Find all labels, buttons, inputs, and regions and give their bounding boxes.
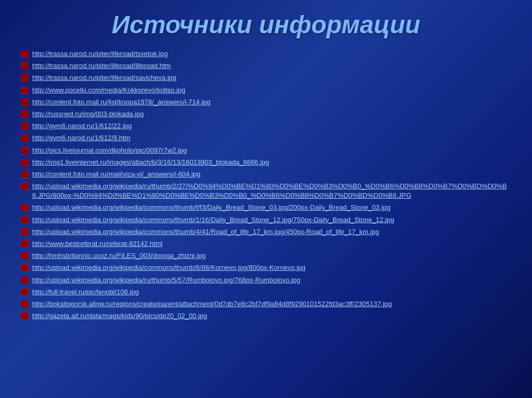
link-item-2[interactable]: http://trassa.narod.ru/piter/liferoad/sa… [32, 73, 176, 83]
bullet-icon [21, 147, 28, 154]
list-item: http://trassa.narod.ru/piter/liferoad/ts… [21, 49, 511, 59]
bullet-icon [21, 204, 28, 211]
bullet-icon [21, 159, 28, 166]
link-item-16[interactable]: http://hmhsbritannic.ucoz.ru/FILES_003/d… [32, 251, 206, 260]
bullet-icon [21, 300, 28, 308]
bullet-icon [21, 264, 28, 271]
link-item-21[interactable]: http://gazeta.aif.ru/data/mags/kids/90/p… [32, 311, 207, 321]
list-item: http://upload.wikimedia.org/wikipedia/co… [21, 227, 511, 237]
list-item: http://upload.wikimedia.org/wikipedia/co… [21, 215, 511, 225]
list-item: http://full-travel.ru/pic/lenobl/106.jpg [21, 287, 511, 297]
link-item-20[interactable]: http://boksitogorsk.allnw.ru/regions/cre… [32, 299, 392, 309]
list-item: http://content.foto.mail.ru/list/knopa19… [21, 98, 511, 107]
bullet-icon [21, 111, 28, 118]
bullet-icon [21, 216, 28, 224]
link-item-0[interactable]: http://trassa.narod.ru/piter/liferoad/ts… [32, 49, 168, 59]
list-item: http://russned.ru/img/003-blokada.jpg [21, 109, 511, 119]
link-item-11[interactable]: http://upload.wikimedia.org/wikipedia/ru… [32, 182, 511, 200]
link-item-8[interactable]: http://pics.livejournal.com/dkphoto/pic/… [32, 146, 187, 155]
bullet-icon [21, 62, 28, 70]
bullet-icon [21, 74, 28, 81]
link-item-10[interactable]: http://content.foto.mail.ru/mail/viza-vi… [32, 170, 201, 179]
bullet-icon [21, 50, 28, 58]
slide-container: Источники информации http://trassa.narod… [0, 0, 532, 398]
list-item: http://upload.wikimedia.org/wikipedia/co… [21, 263, 511, 272]
link-item-3[interactable]: http://www.pocelki.com/media/Kokkorevo/k… [32, 86, 185, 95]
link-item-12[interactable]: http://upload.wikimedia.org/wikipedia/co… [32, 203, 390, 212]
link-item-19[interactable]: http://full-travel.ru/pic/lenobl/106.jpg [32, 287, 139, 297]
link-item-5[interactable]: http://russned.ru/img/003-blokada.jpg [32, 109, 144, 119]
list-item: http://pics.livejournal.com/dkphoto/pic/… [21, 146, 511, 155]
list-item: http://gym6.narod.ru/1/612/22.jpg [21, 121, 511, 131]
list-item: http://trassa.narod.ru/piter/liferoad/sa… [21, 73, 511, 83]
list-item: http://content.foto.mail.ru/mail/viza-vi… [21, 170, 511, 179]
list-item: http://img1.liveinternet.ru/images/attac… [21, 158, 511, 167]
bullet-icon [21, 228, 28, 236]
links-list: http://trassa.narod.ru/piter/liferoad/ts… [21, 49, 511, 323]
bullet-icon [21, 171, 28, 178]
list-item: http://trassa.narod.ru/piter/liferoad/li… [21, 61, 511, 71]
link-item-1[interactable]: http://trassa.narod.ru/piter/liferoad/li… [32, 61, 171, 71]
list-item: http://gazeta.aif.ru/data/mags/kids/90/p… [21, 311, 511, 321]
link-item-13[interactable]: http://upload.wikimedia.org/wikipedia/co… [32, 215, 394, 225]
list-item: http://hmhsbritannic.ucoz.ru/FILES_003/d… [21, 251, 511, 260]
list-item: http://upload.wikimedia.org/wikipedia/ru… [21, 276, 511, 285]
link-item-15[interactable]: http://www.bestreferat.ru/referat-82142.… [32, 239, 163, 249]
list-item: http://www.bestreferat.ru/referat-82142.… [21, 239, 511, 249]
list-item: http://gym6.narod.ru/1/612/9.htm [21, 133, 511, 143]
link-item-6[interactable]: http://gym6.narod.ru/1/612/22.jpg [32, 121, 132, 131]
link-item-14[interactable]: http://upload.wikimedia.org/wikipedia/co… [32, 227, 379, 237]
bullet-icon [21, 134, 28, 142]
bullet-icon [21, 252, 28, 259]
bullet-icon [21, 312, 28, 320]
link-item-4[interactable]: http://content.foto.mail.ru/list/knopa19… [32, 98, 210, 107]
link-item-7[interactable]: http://gym6.narod.ru/1/612/9.htm [32, 133, 130, 143]
link-item-17[interactable]: http://upload.wikimedia.org/wikipedia/co… [32, 263, 305, 272]
link-item-18[interactable]: http://upload.wikimedia.org/wikipedia/ru… [32, 276, 300, 285]
bullet-icon [21, 183, 28, 190]
list-item: http://boksitogorsk.allnw.ru/regions/cre… [21, 299, 511, 309]
list-item: http://upload.wikimedia.org/wikipedia/co… [21, 203, 511, 212]
bullet-icon [21, 99, 28, 106]
bullet-icon [21, 240, 28, 248]
list-item: http://www.pocelki.com/media/Kokkorevo/k… [21, 86, 511, 95]
bullet-icon [21, 122, 28, 130]
bullet-icon [21, 277, 28, 284]
page-title: Источники информации [21, 10, 511, 39]
bullet-icon [21, 87, 28, 94]
bullet-icon [21, 289, 28, 296]
link-item-9[interactable]: http://img1.liveinternet.ru/images/attac… [32, 158, 269, 167]
list-item: http://upload.wikimedia.org/wikipedia/ru… [21, 182, 511, 200]
